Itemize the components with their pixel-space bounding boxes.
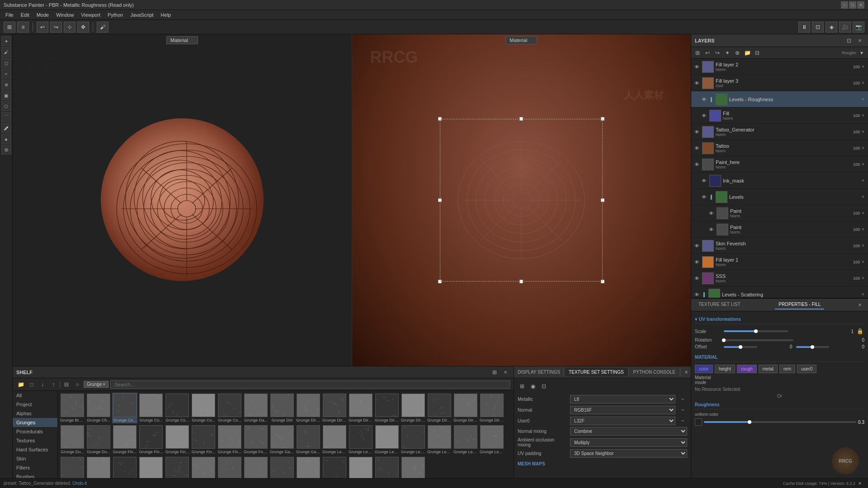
layer-delete-btn[interactable]: × bbox=[860, 64, 866, 70]
layer-delete-btn[interactable]: × bbox=[860, 194, 866, 200]
tool-zoom[interactable]: ⊞ bbox=[1, 145, 11, 155]
layers-tool4[interactable]: ✦ bbox=[723, 48, 732, 57]
tool-select2[interactable]: ▲ bbox=[1, 134, 11, 144]
offset-slider1-thumb[interactable] bbox=[739, 345, 742, 349]
shelf-item[interactable]: Grunge Co... bbox=[217, 393, 242, 423]
tool-path[interactable]: ⌒ bbox=[1, 112, 11, 122]
layer-visibility-btn[interactable]: 👁 bbox=[693, 258, 700, 266]
tex-metallic-del[interactable]: − bbox=[678, 394, 687, 404]
shelf-new-btn[interactable]: □ bbox=[27, 380, 36, 389]
layer-delete-btn[interactable]: × bbox=[860, 226, 866, 233]
tool-polygon[interactable]: ⬡ bbox=[1, 101, 11, 111]
shelf-item[interactable]: Grunge Co... bbox=[191, 393, 216, 423]
material-user0-btn[interactable]: user0 bbox=[797, 365, 816, 373]
shelf-item[interactable]: Grunge Lea... bbox=[453, 424, 478, 455]
shelf-item[interactable]: Grunge Fin... bbox=[165, 424, 190, 455]
tex-icon1[interactable]: ⊞ bbox=[518, 382, 527, 391]
layers-close-btn[interactable]: × bbox=[855, 36, 864, 45]
shelf-item[interactable]: Grunge Fin... bbox=[138, 424, 164, 455]
menu-viewport[interactable]: Viewport bbox=[77, 11, 104, 19]
layer-row[interactable]: 👁Fill layer 1Norm100× bbox=[691, 254, 868, 270]
viewport-left-select[interactable]: Material bbox=[166, 36, 198, 44]
layer-row[interactable]: 👁Skin FeverishNorm100× bbox=[691, 238, 868, 254]
layers-tool6[interactable]: 📁 bbox=[743, 48, 752, 57]
layer-visibility-btn[interactable]: 👁 bbox=[708, 210, 715, 217]
layer-delete-btn[interactable]: × bbox=[860, 259, 866, 265]
layer-delete-btn[interactable]: × bbox=[860, 178, 866, 184]
shelf-item[interactable]: Grunge Dirt... bbox=[453, 393, 478, 423]
menu-javascript[interactable]: JavaScript bbox=[127, 11, 157, 19]
shelf-item[interactable]: Grunge Co... bbox=[112, 393, 137, 423]
viewport-right-select[interactable]: Material bbox=[505, 36, 537, 44]
filter-tag-close[interactable]: × bbox=[103, 382, 105, 387]
menu-edit[interactable]: Edit bbox=[17, 11, 33, 19]
tool-paint[interactable]: 🖌 bbox=[1, 47, 11, 57]
layer-visibility-btn[interactable]: 👁 bbox=[693, 161, 700, 168]
tab-properties-fill[interactable]: PROPERTIES - FILL bbox=[775, 300, 824, 310]
tex-uv-padding-select[interactable]: 3D Space Neighbor Transparent bbox=[570, 449, 687, 458]
layer-visibility-btn[interactable]: 👁 bbox=[693, 63, 700, 70]
shelf-item[interactable]: Grunge Dirt... bbox=[322, 393, 347, 423]
viewport-mode-button[interactable]: ⊡ bbox=[812, 22, 824, 33]
shelf-close-btn[interactable]: × bbox=[501, 368, 510, 377]
layer-row[interactable]: 👁SSSNorm100× bbox=[691, 270, 868, 286]
shelf-cat-all[interactable]: All bbox=[13, 391, 57, 400]
tool-clone[interactable]: ⊕ bbox=[1, 80, 11, 89]
layer-row[interactable]: 👁FillNorm100× bbox=[691, 108, 868, 124]
tex-ao-mixing-select[interactable]: Multiply Add bbox=[570, 438, 687, 447]
shelf-cat-skin[interactable]: Skin bbox=[13, 454, 57, 463]
properties-close-btn[interactable]: × bbox=[855, 300, 864, 310]
shelf-cat-alphas[interactable]: Alphas bbox=[13, 409, 57, 418]
scale-lock-btn[interactable]: 🔒 bbox=[855, 327, 864, 336]
layer-row[interactable]: 👁▐Levels× bbox=[691, 189, 868, 205]
tool-select[interactable]: ✦ bbox=[1, 36, 11, 46]
material-nrm-btn[interactable]: nrm bbox=[779, 365, 795, 373]
tex-normal-mixing-select[interactable]: Combine Replace bbox=[570, 427, 687, 436]
layer-visibility-btn[interactable]: 👁 bbox=[700, 112, 708, 119]
layer-delete-btn[interactable]: × bbox=[860, 161, 866, 168]
layer-row[interactable]: 👁Ink_mask× bbox=[691, 173, 868, 189]
tool-fill[interactable]: ▣ bbox=[1, 90, 11, 100]
layer-row[interactable]: 👁Fill layer 2Norm100× bbox=[691, 59, 868, 75]
shelf-cat-hard-surfaces[interactable]: Hard Surfaces bbox=[13, 445, 57, 454]
material-color-btn[interactable]: color bbox=[695, 365, 713, 373]
screenshot-button[interactable]: 📷 bbox=[853, 22, 864, 33]
layers-tool3[interactable]: ↪ bbox=[713, 48, 722, 57]
layer-row[interactable]: 👁Tattoo_GeneratorNorm100× bbox=[691, 124, 868, 140]
tex-normal-select[interactable]: RGB16F RGB8 bbox=[570, 406, 675, 414]
tex-user0-del[interactable]: − bbox=[678, 416, 687, 425]
redo-button[interactable]: ↪ bbox=[50, 22, 62, 33]
shelf-import-btn[interactable]: ↓ bbox=[38, 380, 47, 389]
layers-tool8[interactable]: ▾ bbox=[857, 48, 866, 57]
layer-delete-btn[interactable]: × bbox=[860, 145, 866, 151]
shelf-item[interactable]: Grunge Dirt... bbox=[374, 393, 400, 423]
tex-user0-select[interactable]: L32F L8 bbox=[570, 417, 675, 425]
layers-btn1[interactable]: ⊡ bbox=[844, 36, 854, 45]
transform-button[interactable]: ⊹ bbox=[64, 22, 75, 33]
layer-row[interactable]: 👁PaintNorm100× bbox=[691, 221, 868, 238]
material-height-btn[interactable]: height bbox=[715, 365, 735, 373]
layer-visibility-btn[interactable]: 👁 bbox=[693, 128, 700, 136]
menu-file[interactable]: File bbox=[2, 11, 17, 19]
shelf-item[interactable]: Grunge Lea... bbox=[348, 424, 373, 455]
layer-delete-btn[interactable]: × bbox=[860, 275, 866, 282]
shelf-cat-grunges[interactable]: Grunges bbox=[13, 418, 57, 427]
layer-row[interactable]: 👁TattooNorm100× bbox=[691, 140, 868, 156]
grid-view-button[interactable]: ⊞ bbox=[4, 22, 15, 33]
viewport-uv[interactable]: RRCG 人人素材 Material bbox=[352, 34, 691, 366]
menu-help[interactable]: Help bbox=[157, 11, 175, 19]
tex-icon2[interactable]: ◉ bbox=[528, 382, 538, 391]
shelf-item[interactable]: Grunge Folds bbox=[243, 424, 269, 455]
layer-delete-btn[interactable]: × bbox=[860, 129, 866, 135]
layers-tool2[interactable]: ↩ bbox=[703, 48, 712, 57]
offset-slider2-track[interactable] bbox=[796, 346, 830, 348]
shelf-item[interactable]: Grunge Da... bbox=[243, 393, 269, 423]
layer-row[interactable]: 👁▐Levels - Scattering× bbox=[691, 286, 868, 298]
shelf-item[interactable]: Grunge Lea... bbox=[401, 424, 426, 455]
shelf-item[interactable]: Grunge Dirt bbox=[269, 393, 295, 423]
shelf-filter2-btn[interactable]: ○ bbox=[73, 380, 82, 389]
shelf-filter-tag[interactable]: Grunge × bbox=[84, 381, 108, 388]
shelf-item[interactable]: Grunge Gal... bbox=[269, 424, 295, 455]
tab-display-settings[interactable]: DISPLAY SETTINGS bbox=[514, 368, 564, 376]
shelf-folder-btn[interactable]: 📁 bbox=[16, 380, 25, 389]
